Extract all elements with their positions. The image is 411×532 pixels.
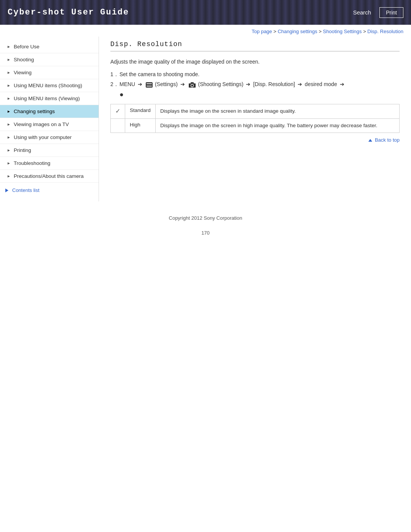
sidebar-item-menu-shooting[interactable]: ► Using MENU items (Shooting) <box>0 79 99 92</box>
header-buttons: Search Print <box>348 7 403 18</box>
breadcrumb-current[interactable]: Disp. Resolution <box>367 29 403 34</box>
arrow-sym3: ➔ <box>246 81 250 87</box>
table-row: ✓ Standard Displays the image on the scr… <box>111 104 400 118</box>
checkmark-icon: ✓ <box>115 108 120 114</box>
arrow-icon: ► <box>7 148 11 152</box>
breadcrumb: Top page > Changing settings > Shooting … <box>0 25 411 37</box>
print-button[interactable]: Print <box>379 7 403 18</box>
arrow-sym5: ➔ <box>340 81 344 87</box>
sidebar-item-label: Viewing <box>14 70 32 75</box>
arrow-icon: ► <box>7 45 11 49</box>
content-description: Adjusts the image quality of the image d… <box>110 58 400 66</box>
sidebar-item-label: Troubleshooting <box>14 160 50 166</box>
breadcrumb-top-page[interactable]: Top page <box>252 29 272 34</box>
contents-list-label: Contents list <box>12 187 40 193</box>
camera-icon <box>188 82 196 88</box>
copyright-text: Copyright 2012 Sony Corporation <box>169 215 242 221</box>
contents-list-arrow-icon <box>5 189 8 192</box>
menu-icon <box>146 82 153 88</box>
arrow-icon: ► <box>7 161 11 165</box>
sidebar-item-label: Shooting <box>14 57 34 62</box>
label-cell-high: High <box>125 118 156 133</box>
step-2-number: 2． <box>110 81 119 88</box>
arrow-icon: ► <box>7 122 11 126</box>
sidebar-item-changing-settings[interactable]: ► Changing settings <box>0 105 99 118</box>
back-to-top-link[interactable]: Back to top <box>368 137 400 143</box>
sidebar-item-label: Before Use <box>14 44 40 50</box>
header: Cyber-shot User Guide Search Print <box>0 0 411 25</box>
breadcrumb-shooting-settings[interactable]: Shooting Settings <box>323 29 362 34</box>
step-1-number: 1． <box>110 71 119 78</box>
sidebar-item-label: Using MENU items (Shooting) <box>14 83 82 88</box>
arrow-sym: ➔ <box>138 81 142 87</box>
arrow-icon: ► <box>7 70 11 75</box>
desc-cell-standard: Displays the image on the screen in stan… <box>156 104 400 118</box>
app-title: Cyber-shot User Guide <box>8 8 129 17</box>
content-area: Disp. Resolution Adjusts the image quali… <box>99 37 411 201</box>
sidebar-item-label: Using with your computer <box>14 134 72 140</box>
breadcrumb-separator2: > <box>319 29 323 34</box>
label-cell-standard: Standard <box>125 104 156 118</box>
table-row: High Displays the image on the screen in… <box>111 118 400 133</box>
back-to-top: Back to top <box>110 133 400 144</box>
sidebar-item-label: Printing <box>14 147 31 153</box>
breadcrumb-separator: > <box>273 29 277 34</box>
bullet-dot: ● <box>119 91 400 98</box>
sidebar: ► Before Use ► Shooting ► Viewing ► Usin… <box>0 37 99 201</box>
page-title: Disp. Resolution <box>110 40 400 51</box>
sidebar-item-label: Precautions/About this camera <box>14 173 84 179</box>
check-cell-high <box>111 118 125 133</box>
breadcrumb-changing-settings[interactable]: Changing settings <box>278 29 317 34</box>
arrow-icon: ► <box>7 109 11 113</box>
sidebar-item-label: Viewing images on a TV <box>14 121 69 127</box>
arrow-icon: ► <box>7 135 11 139</box>
sidebar-item-label: Using MENU items (Viewing) <box>14 96 80 101</box>
svg-rect-2 <box>191 82 194 83</box>
arrow-icon: ► <box>7 96 11 101</box>
sidebar-item-menu-viewing[interactable]: ► Using MENU items (Viewing) <box>0 92 99 105</box>
footer: Copyright 2012 Sony Corporation <box>0 209 411 227</box>
sidebar-item-troubleshooting[interactable]: ► Troubleshooting <box>0 157 99 170</box>
arrow-icon: ► <box>7 174 11 178</box>
sidebar-item-using-computer[interactable]: ► Using with your computer <box>0 131 99 144</box>
breadcrumb-separator3: > <box>363 29 367 34</box>
main-layout: ► Before Use ► Shooting ► Viewing ► Usin… <box>0 37 411 209</box>
step-2: 2． MENU ➔ (Settings) ➔ (Shooting Setting… <box>110 81 400 88</box>
sidebar-item-viewing-tv[interactable]: ► Viewing images on a TV <box>0 118 99 131</box>
page-number: 170 <box>0 227 411 243</box>
search-button[interactable]: Search <box>348 7 377 18</box>
arrow-sym2: ➔ <box>180 81 185 87</box>
triangle-up-icon <box>368 139 372 142</box>
step-1-text: Set the camera to shooting mode. <box>119 71 400 77</box>
contents-list-link[interactable]: Contents list <box>0 183 99 198</box>
settings-table: ✓ Standard Displays the image on the scr… <box>110 104 400 133</box>
desc-cell-high: Displays the image on the screen in high… <box>156 118 400 133</box>
back-to-top-label: Back to top <box>375 137 400 143</box>
sidebar-item-precautions[interactable]: ► Precautions/About this camera <box>0 170 99 183</box>
step-1: 1． Set the camera to shooting mode. <box>110 71 400 78</box>
step-2-text: MENU ➔ (Settings) ➔ (Shooting Settings) … <box>119 81 400 88</box>
arrow-icon: ► <box>7 58 11 62</box>
sidebar-item-label: Changing settings <box>14 109 55 114</box>
check-cell-standard: ✓ <box>111 104 125 118</box>
sidebar-item-printing[interactable]: ► Printing <box>0 144 99 157</box>
sidebar-item-shooting[interactable]: ► Shooting <box>0 53 99 66</box>
sidebar-item-viewing[interactable]: ► Viewing <box>0 66 99 79</box>
sidebar-item-before-use[interactable]: ► Before Use <box>0 40 99 53</box>
arrow-icon: ► <box>7 83 11 88</box>
arrow-sym4: ➔ <box>298 81 302 87</box>
